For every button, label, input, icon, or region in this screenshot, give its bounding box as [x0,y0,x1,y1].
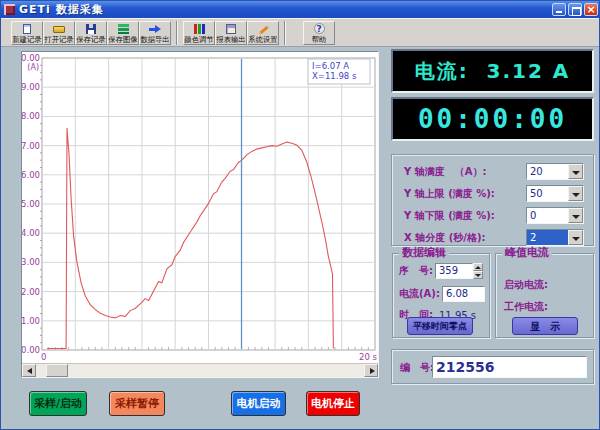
motor-stop-button[interactable]: 电机停止 [306,391,360,416]
new-record-icon [23,23,31,35]
svg-text:20 s: 20 s [359,352,378,362]
y-upper-limit-combo[interactable]: 50 [526,185,584,202]
system-settings-icon [258,23,269,35]
save-image-icon [118,23,129,35]
sample-pause-button[interactable]: 采样暂停 [109,391,165,416]
index-label: 序 号: [399,264,433,278]
show-button[interactable]: 显 示 [512,317,578,335]
work-current-label: 工作电流: [504,300,548,314]
data-edit-group: 数据编辑 序 号: 359 电流(A): 6.08 时 间: 11.95 s 平… [392,253,490,338]
svg-text:I=6.07 A: I=6.07 A [312,61,349,71]
new-record-button[interactable]: 新建记录 [11,21,43,45]
y-full-scale-label: Y 轴满度 （A）: [404,165,486,179]
color-adjust-icon [194,23,205,35]
svg-text:3.00: 3.00 [22,257,40,267]
scrollbar-thumb[interactable] [46,364,68,377]
toolbar-separator [284,21,286,45]
minimize-button[interactable] [552,3,566,16]
combo-dropdown-icon[interactable] [568,208,583,223]
motor-start-button[interactable]: 电机启动 [231,391,286,416]
toolbar-separator [176,21,178,45]
serial-number-label: 编 号: [400,361,434,375]
edit-current-label: 电流(A): [399,287,440,301]
edit-current-input[interactable]: 6.08 [442,286,485,302]
scroll-right-button[interactable] [364,364,378,377]
axis-settings-group: Y 轴满度 （A）: 20 Y 轴上限 (满度 %): 50 Y 轴下限 (满度… [391,154,594,246]
serial-number-input[interactable]: 212556 [432,356,587,378]
axis-combo-value-0: 20 [527,164,568,179]
x-division-label: X 轴分度 (秒/格): [404,231,485,245]
report-output-icon [226,23,236,35]
combo-dropdown-icon[interactable] [568,230,583,245]
title-bar: GETi 数据采集 [1,1,600,18]
svg-text:X=11.98 s: X=11.98 s [312,71,357,81]
spinner-up-icon[interactable] [473,263,483,271]
combo-dropdown-icon[interactable] [568,186,583,201]
maximize-button[interactable] [568,3,582,16]
save-record-button[interactable]: 保存记录 [75,21,107,45]
current-time-chart[interactable]: 0.001.002.003.004.005.006.007.008.009.00… [22,52,378,368]
svg-text:2.00: 2.00 [22,287,40,297]
peak-current-group: 峰值电流 启动电流: 工作电流: 显 示 [495,253,594,338]
index-input[interactable]: 359 [435,263,473,279]
toolbar: 新建记录 打开记录 保存记录 保存图像 数据导出 颜色调节 报表输出 系统设置 … [1,18,600,47]
open-record-icon [53,23,65,35]
sample-start-button[interactable]: 采样/启动 [29,391,87,416]
svg-text:10.00: 10.00 [22,53,40,63]
y-full-scale-combo[interactable]: 20 [526,163,584,180]
shift-time-zero-button[interactable]: 平移时间零点 [407,317,473,335]
peak-current-title: 峰值电流 [502,247,552,259]
timer-value: 00:00:00 [418,104,567,134]
svg-text:0.00: 0.00 [22,345,40,355]
help-button[interactable]: 帮助 [303,21,335,45]
save-record-icon [86,23,96,35]
y-upper-limit-label: Y 轴上限 (满度 %): [404,187,495,201]
window-title: GETi 数据采集 [19,2,104,17]
svg-text:(A): (A) [27,63,39,72]
color-adjust-button[interactable]: 颜色调节 [183,21,215,45]
chart-h-scrollbar [22,363,378,377]
timer-display: 00:00:00 [391,97,594,141]
svg-text:6.00: 6.00 [22,170,40,180]
close-button[interactable] [584,3,598,16]
scroll-left-button[interactable] [22,364,36,377]
save-image-button[interactable]: 保存图像 [107,21,139,45]
axis-combo-value-1: 50 [527,186,568,201]
svg-text:8.00: 8.00 [22,111,40,121]
spinner-down-icon[interactable] [473,271,483,279]
svg-text:0: 0 [41,352,46,362]
y-lower-limit-combo[interactable]: 0 [526,207,584,224]
help-icon [314,23,325,35]
chart-panel: 0.001.002.003.004.005.006.007.008.009.00… [21,51,379,378]
index-spinner [473,263,483,279]
current-display-value: 3.12 A [487,59,571,83]
export-data-button[interactable]: 数据导出 [139,21,171,45]
svg-text:1.00: 1.00 [22,316,40,326]
current-display-label: 电流: [415,59,469,83]
axis-combo-value-2: 0 [527,208,568,223]
app-window: { "window": { "title": "GETi 数据采集" }, "t… [0,0,600,430]
data-edit-title: 数据编辑 [399,247,449,259]
x-division-combo[interactable]: 2 [526,229,584,246]
svg-text:4.00: 4.00 [22,228,40,238]
app-icon [4,4,15,15]
y-lower-limit-label: Y 轴下限 (满度 %): [404,209,495,223]
axis-combo-value-3: 2 [527,230,568,245]
current-display: 电流: 3.12 A [391,49,594,93]
export-data-icon [149,23,161,35]
serial-number-group: 编 号: 212556 [391,349,594,384]
svg-text:5.00: 5.00 [22,199,40,209]
system-settings-button[interactable]: 系统设置 [247,21,279,45]
open-record-button[interactable]: 打开记录 [43,21,75,45]
combo-dropdown-icon[interactable] [568,164,583,179]
svg-text:9.00: 9.00 [22,82,40,92]
report-output-button[interactable]: 报表输出 [215,21,247,45]
start-current-label: 启动电流: [504,278,548,292]
svg-text:7.00: 7.00 [22,141,40,151]
